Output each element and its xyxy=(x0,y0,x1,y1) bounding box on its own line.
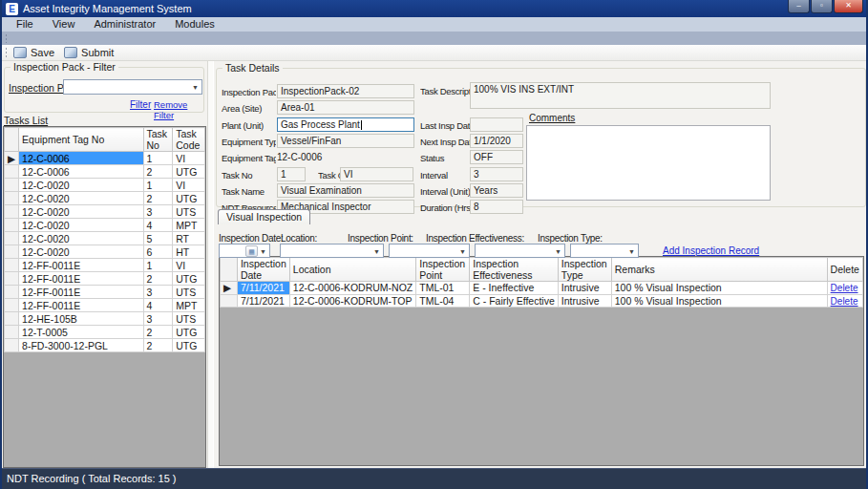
row-selector[interactable] xyxy=(5,272,19,286)
cell-equipment-tag[interactable]: 12-HE-105B xyxy=(19,312,143,326)
cell-equipment-tag[interactable]: 12-C-0020 xyxy=(19,205,143,219)
row-selector[interactable] xyxy=(5,232,19,245)
remove-filter-link[interactable]: Remove Filter xyxy=(154,99,203,120)
cell-task-code[interactable]: UTG xyxy=(173,272,205,286)
cell-inspection-type[interactable]: Intrusive xyxy=(558,294,611,308)
minimize-button[interactable]: – xyxy=(788,0,810,13)
field-plant-unit[interactable]: Gas Process Plant xyxy=(277,117,414,132)
save-button[interactable]: Save xyxy=(13,47,54,58)
tab-visual-inspection[interactable]: Visual Inspection xyxy=(218,209,310,224)
splitter[interactable] xyxy=(207,61,214,468)
cell-inspection-type[interactable]: Intrusive xyxy=(558,282,611,295)
tasks-column-header-equipment-tag-no[interactable]: Equipment Tag No xyxy=(19,128,143,152)
tasks-table-row[interactable]: 12-FF-0011E2UTG xyxy=(5,272,205,286)
cell-task-code[interactable]: UTG xyxy=(173,192,205,205)
cell-task-code[interactable]: UTS xyxy=(173,205,205,219)
tasks-column-header-task-code[interactable]: Task Code xyxy=(173,128,205,152)
tasks-table-row[interactable]: 12-C-00062UTG xyxy=(5,165,205,179)
calendar-icon[interactable]: ▦ xyxy=(245,245,258,257)
cell-equipment-tag[interactable]: 12-C-0006 xyxy=(19,152,143,165)
tasks-table-row[interactable]: 12-FF-0011E1VI xyxy=(5,259,205,272)
row-selector[interactable] xyxy=(5,312,19,326)
cell-inspection-point[interactable]: TML-01 xyxy=(416,282,470,295)
cell-task-code[interactable]: MPT xyxy=(173,299,205,312)
cell-equipment-tag[interactable]: 12-C-0020 xyxy=(19,192,143,205)
records-column-header-inspection-type[interactable]: Inspection Type xyxy=(558,258,611,282)
records-column-header-inspection-effectiveness[interactable]: Inspection Effectiveness xyxy=(470,258,559,282)
cell-inspection-effectiveness[interactable]: C - Fairly Effective xyxy=(470,294,559,308)
cell-task-no[interactable]: 1 xyxy=(143,179,173,192)
row-selector[interactable] xyxy=(5,326,19,339)
cell-task-no[interactable]: 2 xyxy=(143,192,173,205)
cell-task-code[interactable]: HT xyxy=(173,245,205,259)
cell-equipment-tag[interactable]: 12-C-0020 xyxy=(19,219,143,232)
filter-link[interactable]: Filter xyxy=(130,99,151,110)
cell-equipment-tag[interactable]: 12-FF-0011E xyxy=(19,259,143,272)
cell-task-code[interactable]: UTG xyxy=(173,326,205,339)
cell-equipment-tag[interactable]: 12-C-0020 xyxy=(19,232,143,245)
cell-remarks[interactable]: 100 % Visual Inspection xyxy=(611,294,827,308)
cell-equipment-tag[interactable]: 8-FD-3000-12-PGL xyxy=(19,339,143,352)
menu-item-file[interactable]: File xyxy=(8,17,42,32)
menu-item-view[interactable]: View xyxy=(44,17,84,32)
cell-task-no[interactable]: 4 xyxy=(143,219,173,232)
cell-task-no[interactable]: 4 xyxy=(143,299,173,312)
maximize-button[interactable]: ▫ xyxy=(811,0,833,13)
cell-equipment-tag[interactable]: 12-T-0005 xyxy=(19,326,143,339)
tasks-table-row[interactable]: 12-C-00206HT xyxy=(5,245,205,259)
cell-task-code[interactable]: VI xyxy=(173,259,205,272)
tasks-table-row[interactable]: ▶12-C-00061VI xyxy=(5,152,205,165)
tasks-table-row[interactable]: 12-C-00202UTG xyxy=(5,192,205,205)
filter-combo-location[interactable]: ▼ xyxy=(280,244,384,258)
cell-equipment-tag[interactable]: 12-C-0006 xyxy=(19,165,143,179)
inspection-record-row[interactable]: 7/11/202112-C-0006-KODRUM-TOPTML-04C - F… xyxy=(221,294,863,308)
cell-task-code[interactable]: RT xyxy=(173,232,205,245)
cell-task-no[interactable]: 6 xyxy=(143,245,173,259)
row-selector[interactable] xyxy=(5,205,19,219)
delete-link[interactable]: Delete xyxy=(831,296,858,307)
cell-task-no[interactable]: 2 xyxy=(143,326,173,339)
row-selector[interactable] xyxy=(5,219,19,232)
tasks-table-row[interactable]: 12-C-00203UTS xyxy=(5,205,205,219)
row-selector[interactable] xyxy=(221,294,238,308)
cell-task-code[interactable]: VI xyxy=(173,179,205,192)
delete-link[interactable]: Delete xyxy=(831,283,858,293)
records-column-header-location[interactable]: Location xyxy=(289,258,415,282)
submit-button[interactable]: Submit xyxy=(64,47,114,58)
records-column-header-remarks[interactable]: Remarks xyxy=(611,258,827,282)
row-selector[interactable]: ▶ xyxy=(221,282,238,295)
cell-task-no[interactable]: 3 xyxy=(143,205,173,219)
cell-task-no[interactable]: 1 xyxy=(143,259,173,272)
cell-task-code[interactable]: VI xyxy=(173,152,205,165)
cell-equipment-tag[interactable]: 12-FF-0011E xyxy=(19,286,143,299)
cell-inspection-effectiveness[interactable]: E - Ineffective xyxy=(470,282,559,295)
cell-task-no[interactable]: 2 xyxy=(143,165,173,179)
menu-item-modules[interactable]: Modules xyxy=(166,17,223,32)
toolbar-grip-handle[interactable] xyxy=(5,47,8,58)
cell-equipment-tag[interactable]: 12-FF-0011E xyxy=(19,272,143,286)
cell-task-no[interactable]: 3 xyxy=(143,312,173,326)
row-selector[interactable] xyxy=(5,299,19,312)
row-selector[interactable]: ▶ xyxy=(5,152,19,165)
cell-inspection-date[interactable]: 7/11/2021 xyxy=(237,282,289,295)
tasks-table-row[interactable]: 12-T-00052UTG xyxy=(5,326,205,339)
tasks-table-row[interactable]: 8-FD-3000-12-PGL2UTG xyxy=(5,339,205,352)
row-selector[interactable] xyxy=(5,245,19,259)
row-selector[interactable] xyxy=(5,179,19,192)
cell-task-code[interactable]: UTG xyxy=(173,165,205,179)
records-column-header-delete[interactable]: Delete xyxy=(827,258,862,282)
cell-equipment-tag[interactable]: 12-C-0020 xyxy=(19,179,143,192)
filter-combo-inspection-type[interactable]: ▼ xyxy=(570,244,639,258)
tasks-table-row[interactable]: 12-C-00201VI xyxy=(5,179,205,192)
inspection-pack-combo[interactable]: ▼ xyxy=(63,79,202,95)
row-selector[interactable] xyxy=(5,339,19,352)
cell-task-code[interactable]: MPT xyxy=(173,219,205,232)
cell-task-code[interactable]: UTS xyxy=(173,312,205,326)
tasks-table-row[interactable]: 12-FF-0011E4MPT xyxy=(5,299,205,312)
tasks-table-row[interactable]: 12-C-00204MPT xyxy=(5,219,205,232)
tasks-column-header-task-no[interactable]: Task No xyxy=(143,128,173,152)
filter-combo-inspection-point[interactable]: ▼ xyxy=(389,244,470,258)
comments-textarea[interactable] xyxy=(526,125,771,201)
cell-task-no[interactable]: 5 xyxy=(143,232,173,245)
date-picker[interactable]: ▦▼ xyxy=(219,244,270,258)
